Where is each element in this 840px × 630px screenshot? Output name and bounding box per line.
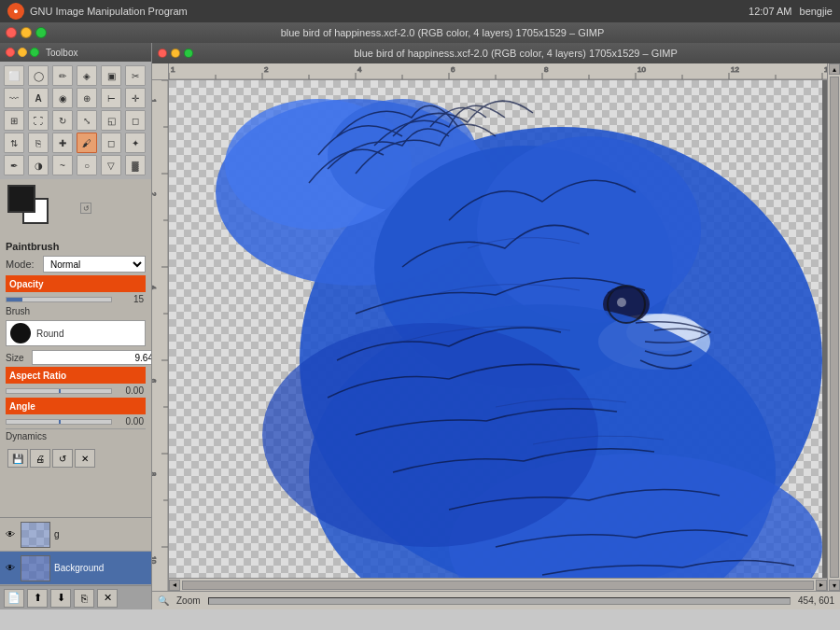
size-label: Size: [6, 353, 32, 363]
layer-background-visibility[interactable]: 👁: [4, 562, 17, 575]
save-button[interactable]: 💾: [7, 449, 28, 468]
opacity-slider[interactable]: [6, 297, 112, 302]
zoom-indicator: 🔍: [158, 595, 169, 606]
new-layer-button[interactable]: 📄: [4, 589, 24, 608]
zoom-slider[interactable]: [208, 597, 791, 605]
opacity-bar[interactable]: Opacity: [6, 275, 146, 292]
size-row: Size ▲: [6, 350, 146, 365]
by-color-select-tool[interactable]: ▣: [101, 65, 121, 86]
mode-dropdown[interactable]: Normal Dissolve Multiply: [43, 256, 146, 273]
svg-text:4: 4: [357, 65, 362, 74]
size-input[interactable]: [32, 350, 152, 365]
crop-tool[interactable]: ⛶: [28, 110, 49, 131]
horizontal-ruler: 1 2 4 6 8 10 12: [169, 63, 827, 80]
zoom-tool[interactable]: ⊕: [77, 88, 97, 108]
scroll-down-button[interactable]: ▾: [829, 580, 840, 591]
vertical-scrollbar[interactable]: ▴ ▾: [827, 63, 840, 591]
foreground-color-swatch[interactable]: [7, 185, 35, 213]
svg-text:1: 1: [171, 65, 175, 74]
foreground-background-area: ↺: [0, 179, 151, 237]
airbrush-tool[interactable]: ✦: [125, 133, 146, 153]
layers-toolbar: 📄 ⬆ ⬇ ⎘ ✕: [0, 585, 151, 609]
ubuntu-logo[interactable]: ●: [7, 3, 24, 20]
paintbrush-tool[interactable]: 🖌: [77, 133, 97, 153]
free-select-tool[interactable]: ✏: [52, 65, 73, 86]
svg-rect-28: [152, 80, 169, 591]
shear-tool[interactable]: ◱: [101, 110, 121, 131]
move-tool[interactable]: ✛: [125, 88, 146, 108]
canvas-viewport[interactable]: [169, 80, 827, 591]
canvas-close-button[interactable]: [158, 49, 167, 58]
aspect-ratio-slider[interactable]: [6, 388, 112, 394]
toolbox: Toolbox ⬜ ◯ ✏ ◈ ▣ ✂ 〰 A ◉ ⊕ ⊢ ✛ ⊞ ⛶ ↻ ⤡ …: [0, 43, 152, 609]
reset-button[interactable]: ↺: [52, 449, 73, 468]
svg-text:10: 10: [637, 65, 646, 74]
print-button[interactable]: 🖨: [30, 449, 50, 468]
brush-circle-icon: [10, 323, 31, 343]
convolve-tool[interactable]: ○: [77, 155, 97, 175]
bucket-fill-tool[interactable]: ▽: [101, 155, 121, 175]
toolbox-grid: ⬜ ◯ ✏ ◈ ▣ ✂ 〰 A ◉ ⊕ ⊢ ✛ ⊞ ⛶ ↻ ⤡ ◱ ◻ ⇅ ⎘: [0, 62, 151, 179]
system-user: bengjie: [800, 6, 833, 17]
duplicate-layer-button[interactable]: ⎘: [74, 589, 94, 608]
scroll-up-button[interactable]: ▴: [829, 63, 840, 75]
paths-tool[interactable]: 〰: [4, 88, 24, 108]
flip-tool[interactable]: ⇅: [4, 133, 24, 153]
delete-button[interactable]: ✕: [75, 449, 95, 468]
layer-item-g[interactable]: 👁 g: [0, 518, 151, 552]
dodge-burn-tool[interactable]: ◑: [28, 155, 49, 175]
raise-layer-button[interactable]: ⬆: [27, 589, 48, 608]
angle-bar[interactable]: Angle: [6, 398, 146, 414]
angle-slider[interactable]: [6, 419, 112, 425]
measure-tool[interactable]: ⊢: [101, 88, 121, 108]
gimp-window: blue bird of happiness.xcf-2.0 (RGB colo…: [0, 22, 840, 630]
toolbox-min-button[interactable]: [18, 48, 27, 57]
ellipse-select-tool[interactable]: ◯: [28, 65, 49, 86]
ruler-corner: [152, 63, 169, 80]
svg-point-64: [262, 323, 598, 547]
smudge-tool[interactable]: ~: [52, 155, 73, 175]
svg-text:8: 8: [544, 65, 549, 74]
delete-layer-button[interactable]: ✕: [97, 589, 118, 608]
reset-colors[interactable]: ↺: [80, 203, 91, 214]
heal-tool[interactable]: ✚: [52, 133, 73, 153]
aspect-ratio-bar[interactable]: Aspect Ratio: [6, 367, 146, 384]
color-picker-tool[interactable]: ◉: [52, 88, 73, 108]
eye-icon: 👁: [6, 529, 15, 539]
eye-icon-background: 👁: [6, 563, 15, 573]
fuzzy-select-tool[interactable]: ◈: [77, 65, 97, 86]
paintbrush-title: Paintbrush: [6, 241, 146, 252]
layer-background-name: Background: [54, 563, 104, 573]
canvas-max-button[interactable]: [184, 49, 193, 58]
maximize-button[interactable]: [35, 27, 47, 38]
close-button[interactable]: [6, 27, 17, 38]
angle-label: Angle: [9, 401, 35, 412]
canvas-min-button[interactable]: [171, 49, 180, 58]
brush-preview[interactable]: Round: [6, 320, 146, 346]
opacity-label: Opacity: [9, 279, 44, 289]
layer-g-visibility[interactable]: 👁: [4, 528, 17, 541]
clone-tool[interactable]: ⎘: [28, 133, 49, 153]
scissors-tool[interactable]: ✂: [125, 65, 146, 86]
toolbox-close-button[interactable]: [6, 48, 15, 57]
rectangle-select-tool[interactable]: ⬜: [4, 65, 24, 86]
text-tool[interactable]: A: [28, 88, 49, 108]
svg-text:12: 12: [731, 65, 739, 74]
aspect-ratio-label: Aspect Ratio: [9, 371, 66, 381]
minimize-button[interactable]: [21, 27, 32, 38]
horizontal-scrollbar[interactable]: ◂ ▸: [169, 578, 827, 591]
blend-tool[interactable]: ▓: [125, 155, 146, 175]
eraser-tool[interactable]: ◻: [101, 133, 121, 153]
toolbox-max-button[interactable]: [30, 48, 39, 57]
rotate-tool[interactable]: ↻: [52, 110, 73, 131]
align-tool[interactable]: ⊞: [4, 110, 24, 131]
scroll-thumb-vertical[interactable]: [830, 77, 839, 578]
scroll-right-button[interactable]: ▸: [816, 580, 827, 591]
scroll-left-button[interactable]: ◂: [169, 580, 180, 591]
perspective-tool[interactable]: ◻: [125, 110, 146, 131]
scroll-thumb-horizontal[interactable]: [182, 581, 814, 590]
scale-tool[interactable]: ⤡: [77, 110, 97, 131]
lower-layer-button[interactable]: ⬇: [50, 589, 71, 608]
ink-tool[interactable]: ✒: [4, 155, 24, 175]
layer-item-background[interactable]: 👁 Background: [0, 552, 151, 585]
